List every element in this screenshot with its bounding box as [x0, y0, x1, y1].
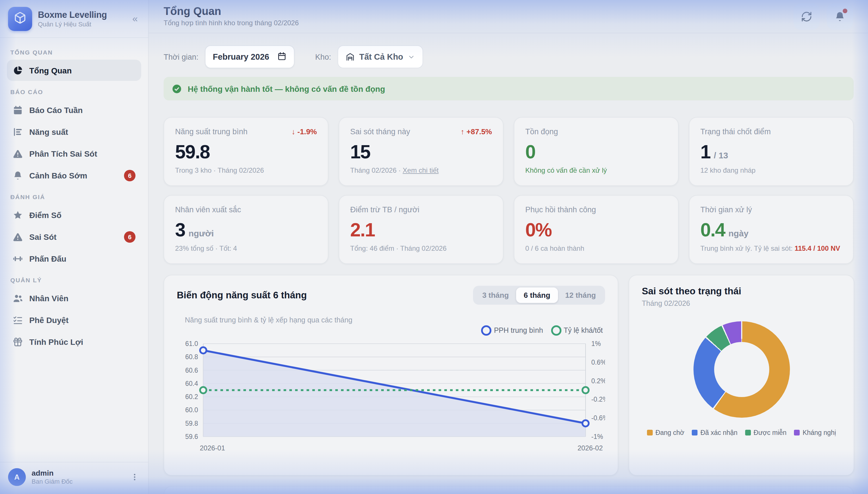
svg-text:-1%: -1% — [591, 433, 603, 440]
main-area: Tổng Quan Tổng hợp tình hình kho trong t… — [149, 0, 868, 494]
warning-triangle-icon — [13, 231, 23, 242]
sidebar-section-label-danh-gia: ĐÁNH GIÁ — [10, 193, 138, 200]
badge-count: 6 — [124, 231, 135, 242]
kpi-value-row: 0.4ngày — [700, 220, 842, 239]
sidebar-item-sai-sot[interactable]: Sai Sót6 — [7, 226, 141, 247]
svg-text:60.0: 60.0 — [185, 406, 198, 414]
content: Thời gian: February 2026 Kho: Tất Cả Kho… — [149, 45, 868, 494]
svg-text:59.6: 59.6 — [185, 433, 198, 440]
kpi-value-row: 0% — [525, 220, 667, 239]
topbar-actions — [793, 3, 853, 30]
sidebar-item-tinh-phuc-loi[interactable]: Tính Phúc Lợi — [7, 331, 141, 352]
sidebar-item-label: Tính Phúc Lợi — [29, 337, 83, 346]
time-filter-label: Thời gian: — [164, 53, 198, 61]
svg-text:60.8: 60.8 — [185, 353, 198, 361]
svg-text:60.2: 60.2 — [185, 393, 198, 400]
range-button-3-thang[interactable]: 3 tháng — [475, 287, 516, 303]
chevron-down-icon — [408, 53, 415, 60]
bell-button[interactable] — [827, 3, 853, 30]
kpi-footer-text: 12 kho đang nháp — [700, 166, 756, 174]
kpi-footer: Trung bình xử lý. Tỷ lệ sai sót: 115.4 /… — [700, 244, 842, 252]
gift-icon — [13, 337, 23, 347]
svg-text:60.6: 60.6 — [185, 367, 198, 374]
kpi-footer: Trong 3 kho · Tháng 02/2026 — [175, 166, 317, 174]
refresh-icon — [801, 11, 812, 22]
kpi-footer-link[interactable]: Xem chi tiết — [403, 166, 439, 174]
notification-dot — [843, 8, 847, 13]
sidebar-item-label: Nhân Viên — [29, 293, 68, 303]
user-menu-button[interactable] — [129, 472, 140, 482]
kpi-label: Trạng thái chốt điểm — [700, 127, 771, 136]
bell-icon — [13, 170, 23, 180]
trend-chart-title: Biến động năng suất 6 tháng — [177, 290, 307, 301]
kpi-header: Nhân viên xuất sắc — [175, 205, 317, 214]
sidebar-nav: TỔNG QUANTổng QuanBÁO CÁOBáo Cáo TuầnNăn… — [0, 38, 148, 356]
kpi-card-trang-thai-chot-diem: Trạng thái chốt điểm1/ 1312 kho đang nhá… — [689, 117, 854, 186]
sidebar-item-diem-so[interactable]: Điểm Số — [7, 204, 141, 226]
user-name: admin — [32, 469, 73, 478]
status-chart-card: Sai sót theo trạng thái Tháng 02/2026 Đa… — [629, 275, 854, 476]
warehouse-filter-label: Kho: — [315, 53, 331, 61]
legend-label: Đang chờ — [655, 429, 684, 436]
range-toggle: 3 tháng6 tháng12 tháng — [473, 286, 605, 305]
kpi-card-nang-suat-trung-binh: Năng suất trung bình↓ -1.9%59.8Trong 3 k… — [164, 117, 328, 186]
svg-text:-0.6%: -0.6% — [591, 414, 605, 422]
trend-line-chart: 61.060.860.660.460.260.059.859.61%0.6%0.… — [177, 338, 605, 453]
legend-ring-icon — [551, 325, 561, 336]
sidebar-item-phe-duyet[interactable]: Phê Duyệt — [7, 309, 141, 330]
sidebar-item-label: Cảnh Báo Sớm — [29, 171, 87, 180]
warehouse-select-value: Tất Cả Kho — [359, 52, 403, 61]
page-subtitle: Tổng hợp tình hình kho trong tháng 02/20… — [164, 19, 299, 27]
donut-legend-item-khang-nghi[interactable]: Kháng nghị — [794, 429, 836, 436]
legend-item-pph-trung-binh[interactable]: PPH trung bình — [481, 325, 543, 336]
date-picker[interactable]: February 2026 — [205, 45, 295, 68]
kpi-value: 0% — [525, 220, 551, 239]
kpi-header: Trạng thái chốt điểm — [700, 127, 842, 136]
charts-row: Biến động năng suất 6 tháng 3 tháng6 thá… — [164, 275, 854, 476]
kpi-value: 0.4 — [700, 220, 725, 239]
sidebar-item-nang-suat[interactable]: Năng suất — [7, 121, 141, 142]
sidebar-item-phan-tich-sai-sot[interactable]: Phân Tích Sai Sót — [7, 143, 141, 164]
svg-text:0.6%: 0.6% — [591, 359, 605, 366]
kpi-value: 0 — [525, 142, 535, 161]
svg-text:0.2%: 0.2% — [591, 377, 605, 385]
sidebar-item-bao-cao-tuan[interactable]: Báo Cáo Tuần — [7, 99, 141, 120]
kpi-label: Thời gian xử lý — [700, 205, 752, 214]
kpi-header: Phục hồi thành công — [525, 205, 667, 214]
range-button-12-thang[interactable]: 12 tháng — [558, 287, 603, 303]
warehouse-select[interactable]: Tất Cả Kho — [337, 45, 423, 68]
kpi-delta: ↓ -1.9% — [292, 127, 317, 136]
legend-item-ty-le-kha-tot[interactable]: Tỷ lệ khá/tốt — [551, 325, 603, 336]
kpi-card-ton-dong: Tồn đọng0Không có vấn đề cần xử lý — [514, 117, 679, 186]
donut-legend-item-dang-cho[interactable]: Đang chờ — [647, 429, 684, 436]
sidebar-item-label: Tổng Quan — [29, 66, 72, 75]
pie-chart-icon — [13, 65, 23, 75]
refresh-button[interactable] — [793, 3, 820, 30]
sidebar-item-canh-bao-som[interactable]: Cảnh Báo Sớm6 — [7, 165, 141, 186]
range-button-6-thang[interactable]: 6 tháng — [516, 287, 558, 303]
user-info: admin Ban Giám Đốc — [32, 469, 73, 485]
kpi-footer-text: Tháng 02/2026 · — [350, 166, 403, 174]
svg-text:59.8: 59.8 — [185, 420, 198, 427]
svg-text:2026-01: 2026-01 — [200, 444, 225, 452]
sidebar-header: Boxme Levelling Quản Lý Hiệu Suất « — [0, 0, 148, 38]
calendar-icon — [277, 51, 287, 62]
legend-label: Kháng nghị — [802, 429, 836, 436]
donut-legend-item-duoc-mien[interactable]: Được miễn — [745, 429, 787, 436]
sidebar-item-phan-dau[interactable]: Phấn Đấu — [7, 248, 141, 269]
sidebar-item-tong-quan[interactable]: Tổng Quan — [7, 60, 141, 81]
users-icon — [13, 293, 23, 303]
app-root: Boxme Levelling Quản Lý Hiệu Suất « TỔNG… — [0, 0, 868, 494]
status-banner: Hệ thống vận hành tốt — không có vấn đề … — [164, 77, 854, 100]
donut-hole — [714, 342, 769, 397]
kpi-value-row: 3người — [175, 220, 317, 239]
kpi-suffix: người — [189, 228, 214, 238]
sidebar-item-nhan-vien[interactable]: Nhân Viên — [7, 287, 141, 309]
avatar: A — [8, 468, 26, 486]
donut-legend-item-da-xac-nhan[interactable]: Đã xác nhận — [692, 429, 737, 436]
app-logo — [8, 6, 32, 31]
sidebar-collapse-button[interactable]: « — [130, 12, 140, 25]
kpi-label: Phục hồi thành công — [525, 205, 596, 214]
svg-text:2026-02: 2026-02 — [577, 444, 603, 452]
date-picker-value: February 2026 — [213, 52, 269, 61]
